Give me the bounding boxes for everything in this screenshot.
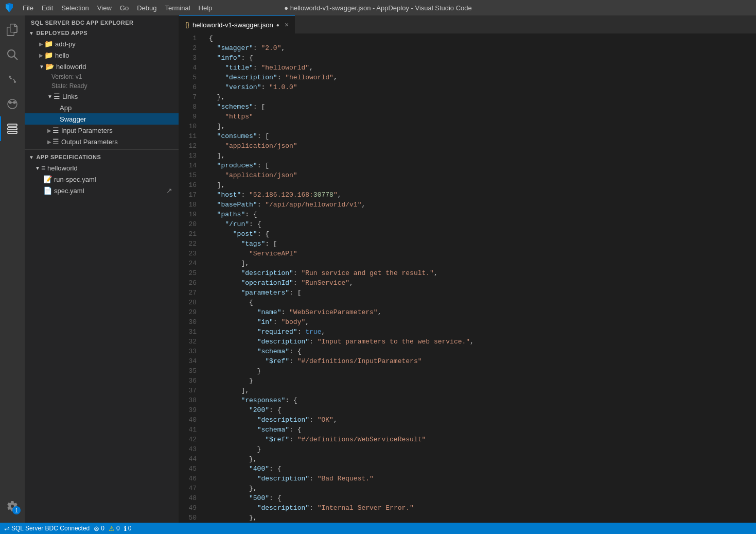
code-line-47: }, — [209, 484, 756, 493]
swagger-link-label: Swagger — [60, 115, 174, 123]
svg-rect-8 — [8, 131, 17, 133]
code-line-19: "paths": { — [209, 210, 756, 219]
svg-point-5 — [13, 101, 15, 104]
line-number-7: 7 — [179, 92, 201, 102]
line-number-9: 9 — [179, 112, 201, 122]
tree-item-hello[interactable]: ▶ 📁 hello — [25, 49, 179, 61]
status-info[interactable]: ℹ 0 — [124, 525, 132, 532]
menu-debug[interactable]: Debug — [133, 3, 161, 13]
code-line-2: "swagger": "2.0", — [209, 43, 756, 53]
app-icon — [4, 3, 14, 13]
tab-modified-dot: ● — [276, 22, 279, 28]
sidebar-header: SQL Server BDC App Explorer — [25, 15, 179, 28]
line-number-26: 26 — [179, 278, 201, 288]
line-number-46: 46 — [179, 474, 201, 484]
tree-meta-version: Version: v1 — [25, 72, 179, 81]
deployed-apps-label: DEPLOYED APPS — [36, 30, 87, 36]
editor-content[interactable]: 1234567891011121314151617181920212223242… — [179, 33, 756, 523]
code-line-5: "description": "helloworld", — [209, 73, 756, 82]
code-line-23: "ServiceAPI" — [209, 249, 756, 259]
line-number-29: 29 — [179, 307, 201, 317]
search-activity-icon[interactable] — [0, 42, 25, 67]
svg-point-0 — [8, 50, 15, 57]
app-specs-section[interactable]: ▼ APP SPECIFICATIONS — [25, 152, 179, 162]
code-line-21: "post": { — [209, 229, 756, 239]
svg-point-2 — [8, 99, 17, 109]
main-layout: 1 SQL Server BDC App Explorer ▼ DEPLOYED… — [0, 15, 756, 523]
code-line-39: "200": { — [209, 405, 756, 415]
code-line-11: "consumes": [ — [209, 131, 756, 141]
debug-activity-icon[interactable] — [0, 92, 25, 116]
line-number-25: 25 — [179, 268, 201, 278]
status-bar: ⇌ SQL Server BDC Connected ⊗ 0 ⚠ 0 ℹ 0 — [0, 523, 756, 534]
spec-yaml-action-icon[interactable]: ↗ — [166, 186, 172, 195]
helloworld-spec-icon: ≡ — [41, 164, 45, 172]
menu-file[interactable]: File — [19, 3, 38, 13]
status-warnings[interactable]: ⚠ 0 — [109, 525, 120, 532]
code-line-36: } — [209, 376, 756, 386]
svg-rect-6 — [8, 124, 17, 126]
code-line-3: "info": { — [209, 53, 756, 63]
tree-item-run-spec[interactable]: 📝 run-spec.yaml — [25, 174, 179, 185]
line-number-22: 22 — [179, 239, 201, 249]
tree-item-links[interactable]: ▼ ☰ Links — [25, 91, 179, 102]
code-line-26: "operationId": "RunService", — [209, 278, 756, 288]
scm-activity-icon[interactable] — [0, 67, 25, 92]
helloworld-spec-label: helloworld — [47, 164, 174, 172]
line-number-37: 37 — [179, 386, 201, 395]
code-line-9: "https" — [209, 112, 756, 122]
tab-close-button[interactable]: × — [285, 21, 289, 29]
menu-view[interactable]: View — [93, 3, 116, 13]
menu-terminal[interactable]: Terminal — [161, 3, 194, 13]
settings-activity-icon[interactable]: 1 — [0, 494, 25, 519]
tree-item-helloworld[interactable]: ▼ 📂 helloworld — [25, 61, 179, 72]
code-line-46: "description": "Bad Request." — [209, 474, 756, 484]
tab-filename: helloworld-v1-swagger.json — [192, 21, 273, 29]
line-number-20: 20 — [179, 219, 201, 229]
code-line-22: "tags": [ — [209, 239, 756, 249]
code-line-18: "basePath": "/api/app/helloworld/v1", — [209, 200, 756, 210]
menu-help[interactable]: Help — [195, 3, 217, 13]
tree-item-add-py[interactable]: ▶ 📁 add-py — [25, 38, 179, 49]
code-line-37: ], — [209, 386, 756, 395]
code-area[interactable]: { "swagger": "2.0", "info": { "title": "… — [205, 33, 756, 523]
tab-file-icon: {} — [185, 21, 189, 28]
line-number-43: 43 — [179, 444, 201, 454]
line-number-23: 23 — [179, 249, 201, 259]
menu-go[interactable]: Go — [116, 3, 133, 13]
status-remote[interactable]: ⇌ SQL Server BDC Connected — [4, 525, 90, 532]
line-number-3: 3 — [179, 53, 201, 63]
status-errors[interactable]: ⊗ 0 — [94, 525, 104, 532]
code-line-29: "name": "WebServiceParameters", — [209, 307, 756, 317]
run-spec-label: run-spec.yaml — [54, 176, 174, 183]
helloworld-expand-icon: ▼ — [39, 64, 44, 70]
code-line-13: ], — [209, 151, 756, 161]
code-line-6: "version": "1.0.0" — [209, 82, 756, 92]
line-number-14: 14 — [179, 161, 201, 170]
warning-icon: ⚠ — [109, 525, 115, 532]
line-number-1: 1 — [179, 33, 201, 43]
tree-item-spec-yaml[interactable]: 📄 spec.yaml ↗ — [25, 185, 179, 196]
sql-bdc-activity-icon[interactable] — [0, 116, 25, 141]
line-number-15: 15 — [179, 170, 201, 180]
line-number-34: 34 — [179, 356, 201, 366]
menu-edit[interactable]: Edit — [38, 3, 57, 13]
editor-tab[interactable]: {} helloworld-v1-swagger.json ● × — [179, 15, 295, 33]
spec-yaml-file-icon: 📄 — [43, 186, 52, 195]
tree-item-app[interactable]: App — [25, 102, 179, 113]
tree-item-output-params[interactable]: ▶ ☰ Output Parameters — [25, 136, 179, 147]
hello-folder-icon: 📁 — [44, 51, 53, 59]
line-number-32: 32 — [179, 337, 201, 347]
deployed-apps-section[interactable]: ▼ DEPLOYED APPS — [25, 28, 179, 38]
code-line-14: "produces": [ — [209, 161, 756, 170]
line-number-30: 30 — [179, 317, 201, 327]
hello-label: hello — [55, 51, 174, 59]
tree-item-helloworld-spec[interactable]: ▼ ≡ helloworld — [25, 162, 179, 174]
svg-line-1 — [14, 56, 17, 60]
explorer-activity-icon[interactable] — [0, 18, 25, 42]
line-number-6: 6 — [179, 82, 201, 92]
menu-selection[interactable]: Selection — [57, 3, 93, 13]
tree-item-input-params[interactable]: ▶ ☰ Input Parameters — [25, 125, 179, 136]
tree-item-swagger[interactable]: Swagger — [25, 113, 179, 125]
status-remote-text: SQL Server BDC Connected — [11, 525, 90, 532]
